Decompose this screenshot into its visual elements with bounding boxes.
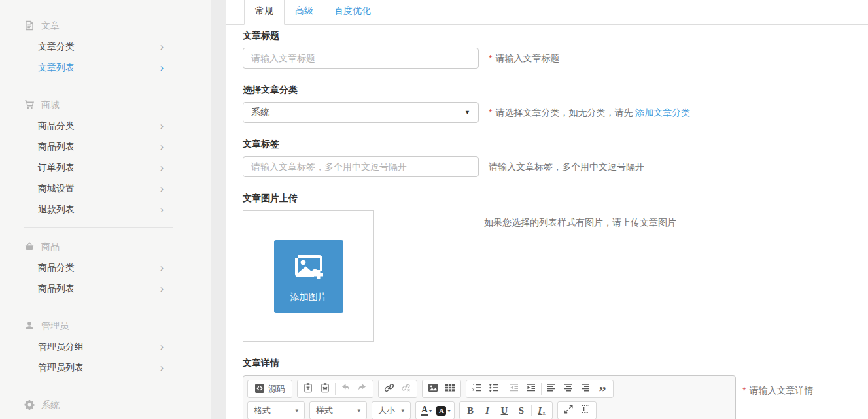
image-icon (428, 382, 438, 395)
sidebar-item-admin-group[interactable]: 管理员分组 › (0, 337, 211, 358)
toolbar-group-insert (422, 380, 461, 398)
redo-icon (357, 382, 368, 395)
italic-button[interactable]: I (479, 403, 496, 418)
sidebar-group-article-header: 文章 (0, 16, 211, 37)
blockquote-icon: ” (599, 388, 606, 395)
outdent-icon (509, 382, 519, 395)
article-tags-input[interactable] (243, 156, 479, 177)
sidebar-item-admin-list[interactable]: 管理员列表 › (0, 358, 211, 378)
link-button[interactable] (381, 381, 398, 397)
article-detail-hint: *请输入文章详情 (742, 384, 813, 397)
sidebar-item-product-list[interactable]: 商品列表 › (0, 278, 211, 299)
add-image-button[interactable]: 添加图片 (274, 240, 343, 313)
article-category-label: 选择文章分类 (243, 83, 868, 96)
ordered-list-button[interactable] (468, 381, 485, 397)
unlink-icon (401, 382, 411, 395)
paste-text-button[interactable] (300, 381, 317, 397)
sidebar-item-article-category[interactable]: 文章分类 › (0, 37, 211, 58)
editor-toolbar: 源码 (243, 376, 735, 419)
align-left-button[interactable] (543, 381, 560, 397)
chevron-right-icon: › (160, 121, 164, 131)
insert-table-button[interactable] (442, 381, 459, 397)
text-color-button[interactable]: A ▾ (418, 403, 435, 418)
field-article-image: 文章图片上传 添加图片 (243, 192, 868, 342)
show-blocks-button[interactable] (577, 403, 594, 418)
tab-baidu-seo[interactable]: 百度优化 (324, 0, 381, 24)
article-image-label: 文章图片上传 (243, 192, 868, 205)
chevron-right-icon: › (160, 205, 164, 215)
required-mark: * (742, 385, 746, 395)
sidebar-item-article-list[interactable]: 文章列表 › (0, 58, 211, 78)
source-code-button[interactable]: 源码 (250, 381, 290, 397)
sidebar-group-system: 系统 基本信息 › (0, 386, 211, 419)
article-detail-label: 文章详情 (243, 356, 868, 369)
blockquote-button[interactable]: ” (594, 381, 611, 397)
sidebar-group-label: 系统 (41, 399, 60, 411)
sidebar-group-article: 文章 文章分类 › 文章列表 › (0, 7, 211, 86)
toolbar-separator (541, 383, 542, 395)
remove-format-button[interactable]: I x (533, 403, 550, 418)
dropdown-caret-icon: ▾ (357, 407, 360, 414)
field-article-detail: 文章详情 源码 (243, 356, 868, 419)
sidebar-item-refund-list[interactable]: 退款列表 › (0, 199, 211, 220)
gear-icon (24, 399, 35, 412)
show-blocks-icon (580, 404, 591, 417)
field-article-tags: 文章标签 请输入文章标签，多个用中文逗号隔开 (243, 137, 868, 177)
sidebar-group-product-header: 商品 (0, 237, 211, 258)
size-dropdown[interactable]: 大小 ▾ (372, 401, 411, 419)
sidebar-item-goods-list[interactable]: 商品列表 › (0, 137, 211, 158)
document-icon (24, 20, 35, 33)
add-article-category-link[interactable]: 添加文章分类 (635, 107, 690, 118)
bullet-list-button[interactable] (485, 381, 502, 397)
paste-word-button[interactable] (317, 381, 334, 397)
maximize-icon (563, 404, 574, 417)
text-color-icon: A (421, 405, 428, 416)
article-title-input[interactable] (243, 48, 479, 69)
sidebar: 文章 文章分类 › 文章列表 › 商城 商品分类 › 商品列表 › 订单列表 › (0, 0, 211, 419)
source-code-icon (254, 383, 265, 395)
chevron-right-icon: › (160, 363, 164, 373)
toolbar-group-colors: A ▾ A ▾ (415, 401, 455, 419)
underline-button[interactable]: U (496, 403, 513, 418)
sidebar-item-goods-category[interactable]: 商品分类 › (0, 116, 211, 137)
align-right-button[interactable] (577, 381, 594, 397)
basket-icon (24, 241, 35, 254)
background-color-button[interactable]: A ▾ (435, 403, 452, 418)
tab-advanced[interactable]: 高级 (285, 0, 324, 24)
tab-bar: 常规 高级 百度优化 (226, 0, 868, 25)
insert-image-button[interactable] (425, 381, 442, 397)
sidebar-group-mall-header: 商城 (0, 95, 211, 116)
sidebar-item-order-list[interactable]: 订单列表 › (0, 158, 211, 178)
sidebar-group-label: 商城 (41, 99, 60, 111)
chevron-right-icon: › (160, 184, 164, 194)
align-center-button[interactable] (560, 381, 577, 397)
sidebar-group-label: 商品 (41, 241, 60, 253)
sidebar-item-basic-info[interactable]: 基本信息 › (0, 416, 211, 419)
bold-button[interactable]: B (462, 403, 479, 418)
chevron-right-icon: › (160, 163, 164, 173)
toolbar-group-paragraph: ” (466, 380, 614, 398)
chevron-right-icon: › (160, 63, 164, 73)
unlink-button (398, 381, 415, 397)
strikethrough-button[interactable]: S (513, 403, 530, 418)
style-dropdown[interactable]: 样式 ▾ (309, 401, 367, 419)
article-image-hint: 如果您选择的列表样式有图片，请上传文章图片 (484, 216, 676, 229)
sidebar-group-admin-header: 管理员 (0, 316, 211, 337)
article-category-select[interactable]: 系统 ▼ (243, 102, 479, 123)
sidebar-item-mall-settings[interactable]: 商城设置 › (0, 178, 211, 199)
chevron-right-icon: › (160, 142, 164, 152)
format-dropdown[interactable]: 格式 ▾ (247, 401, 305, 419)
toolbar-group-link (378, 380, 417, 398)
sidebar-item-product-category[interactable]: 商品分类 › (0, 258, 211, 278)
paste-text-icon (303, 382, 313, 395)
article-category-hint: *请选择文章分类，如无分类，请先 添加文章分类 (489, 106, 690, 119)
article-category-selected-value: 系统 (251, 107, 269, 118)
maximize-button[interactable] (560, 403, 577, 418)
toolbar-separator (531, 405, 532, 416)
sidebar-group-product: 商品 商品分类 › 商品列表 › (0, 228, 211, 307)
main-panel: 常规 高级 百度优化 文章标题 *请输入文章标题 选择文章分类 系统 ▼ (226, 0, 868, 419)
format-dropdown-label: 格式 (254, 405, 271, 416)
sidebar-group-mall: 商城 商品分类 › 商品列表 › 订单列表 › 商城设置 › 退款列表 › (0, 86, 211, 227)
tab-general[interactable]: 常规 (244, 0, 285, 25)
indent-button[interactable] (523, 381, 540, 397)
